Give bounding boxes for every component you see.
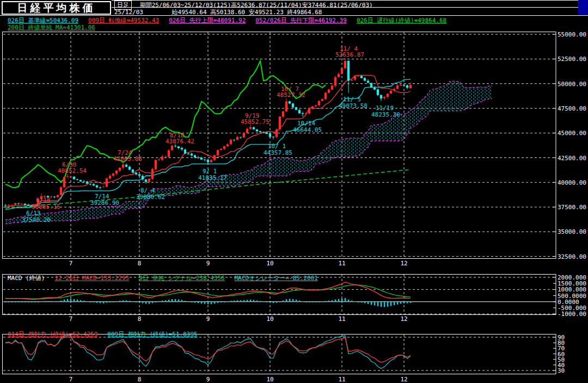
- svg-text:8: 8: [138, 260, 142, 267]
- legend-ma200[interactable]: 200日 終値単純 MA=41301.06: [8, 24, 95, 31]
- svg-text:9: 9: [206, 376, 210, 383]
- svg-text:48235.30: 48235.30: [371, 111, 400, 118]
- legend-senkou-a[interactable]: 026日 先行上限=48091.92: [169, 17, 246, 24]
- chart-window: 55000.0052500.0050000.0047500.0045000.00…: [0, 0, 588, 383]
- svg-text:55000.00: 55000.00: [558, 31, 586, 38]
- svg-text:10: 10: [266, 376, 273, 383]
- legend-macd-line[interactable]: 12-26日 MACD=153.2295: [54, 275, 129, 282]
- rsi-pane[interactable]: 90807060504030789101112: [3, 334, 565, 383]
- svg-text:7: 7: [69, 376, 73, 383]
- svg-text:12: 12: [400, 260, 407, 267]
- svg-text:42500.00: 42500.00: [558, 155, 586, 162]
- svg-text:40852.54: 40852.54: [58, 167, 87, 174]
- chart-annotation: 11/ 452636.87: [335, 45, 364, 58]
- svg-text:10: 10: [266, 315, 273, 323]
- legend-senkou-b[interactable]: 052/026日 先行下限=46192.39: [255, 17, 347, 24]
- svg-text:9: 9: [206, 315, 210, 323]
- svg-text:32500.00: 32500.00: [558, 253, 586, 260]
- svg-text:50000.00: 50000.00: [558, 81, 586, 88]
- macd-legend: MACD (終値)12-26日 MACD=153.22959日 単純 シグナル=…: [8, 274, 328, 282]
- legend-macd-title: MACD (終値): [8, 275, 45, 282]
- svg-text:11: 11: [338, 315, 345, 323]
- svg-text:12: 12: [400, 376, 407, 383]
- svg-text:45852.75: 45852.75: [241, 118, 270, 125]
- svg-text:-1000.00: -1000.00: [558, 311, 586, 318]
- chart-annotation: 11/1948235.30: [371, 105, 400, 118]
- chart-annotation: 10/ 144357.85: [264, 143, 292, 156]
- header-title-box: 日経平均株価: [2, 1, 111, 15]
- chart-annotation: 7/2442065.83: [113, 149, 142, 162]
- chart-annotation: 10/ 748527.32: [277, 86, 305, 99]
- svg-text:41835.17: 41835.17: [198, 174, 227, 181]
- svg-text:7: 7: [69, 260, 73, 267]
- svg-text:37500.00: 37500.00: [558, 204, 586, 211]
- chart-annotation: 10/1446644.05: [293, 120, 322, 133]
- chart-annotation: 11/ 549073.58: [339, 96, 367, 110]
- svg-text:8: 8: [138, 315, 142, 323]
- legend-rsi9[interactable]: 009日 相対力 (終値)=51.8395: [107, 331, 197, 338]
- chart-canvas[interactable]: 55000.0052500.0050000.0047500.0045000.00…: [0, 0, 588, 383]
- svg-text:39880.62: 39880.62: [136, 193, 165, 200]
- svg-text:52636.87: 52636.87: [335, 51, 364, 58]
- svg-text:7: 7: [69, 315, 73, 323]
- legend-rsi14[interactable]: 014日 相対力 (終値)=52.4259: [8, 331, 97, 338]
- svg-text:43876.42: 43876.42: [166, 138, 194, 145]
- svg-text:30: 30: [558, 367, 565, 374]
- svg-text:45000.00: 45000.00: [558, 130, 586, 137]
- page-title: 日経平均株価: [17, 1, 96, 15]
- svg-text:11: 11: [338, 376, 345, 383]
- chart-annotation: 6/1838885.15: [32, 197, 60, 210]
- corner-block: [578, 0, 588, 15]
- chart-annotation: 6/1337540.20: [22, 210, 51, 223]
- header-divider-line: [112, 7, 578, 8]
- rsi-legend: 014日 相対力 (終値)=52.4259009日 相対力 (終値)=51.83…: [8, 330, 207, 338]
- legend-macd-signal[interactable]: 9日 単純 シグナル=238.4356: [139, 275, 225, 282]
- svg-text:9: 9: [206, 260, 210, 267]
- main-legend-row2: 200日 終値単純 MA=41301.06: [8, 23, 105, 32]
- svg-text:12: 12: [400, 315, 407, 323]
- svg-text:11: 11: [338, 260, 345, 267]
- chart-annotation: 6/3040852.54: [58, 161, 87, 174]
- legend-macd-osc[interactable]: MACDオシレーター=-85.2061: [235, 275, 318, 282]
- svg-text:35000.00: 35000.00: [558, 228, 586, 235]
- svg-text:44357.85: 44357.85: [264, 149, 292, 156]
- svg-text:46644.05: 46644.05: [293, 126, 322, 133]
- svg-text:47500.00: 47500.00: [558, 105, 586, 112]
- chart-annotation: 9/ 141835.17: [198, 168, 227, 181]
- main-pane[interactable]: 55000.0052500.0050000.0047500.0045000.00…: [3, 31, 586, 267]
- svg-text:39286.90: 39286.90: [90, 199, 119, 206]
- svg-text:48527.32: 48527.32: [277, 92, 305, 99]
- legend-chikou[interactable]: 026日 遅行線(終値)=49864.68: [357, 17, 446, 24]
- svg-text:52500.00: 52500.00: [558, 56, 586, 63]
- svg-text:38885.15: 38885.15: [32, 203, 60, 210]
- svg-text:37540.20: 37540.20: [22, 216, 51, 223]
- header-bottom-line: [0, 15, 588, 16]
- chart-annotation: 7/1439286.90: [90, 193, 119, 206]
- chart-annotation: 9/1945852.75: [241, 112, 270, 125]
- svg-text:10: 10: [266, 260, 273, 267]
- svg-text:49073.58: 49073.58: [339, 102, 367, 110]
- svg-text:42065.83: 42065.83: [113, 155, 142, 162]
- svg-text:8: 8: [138, 376, 142, 383]
- svg-text:40000.00: 40000.00: [558, 179, 586, 186]
